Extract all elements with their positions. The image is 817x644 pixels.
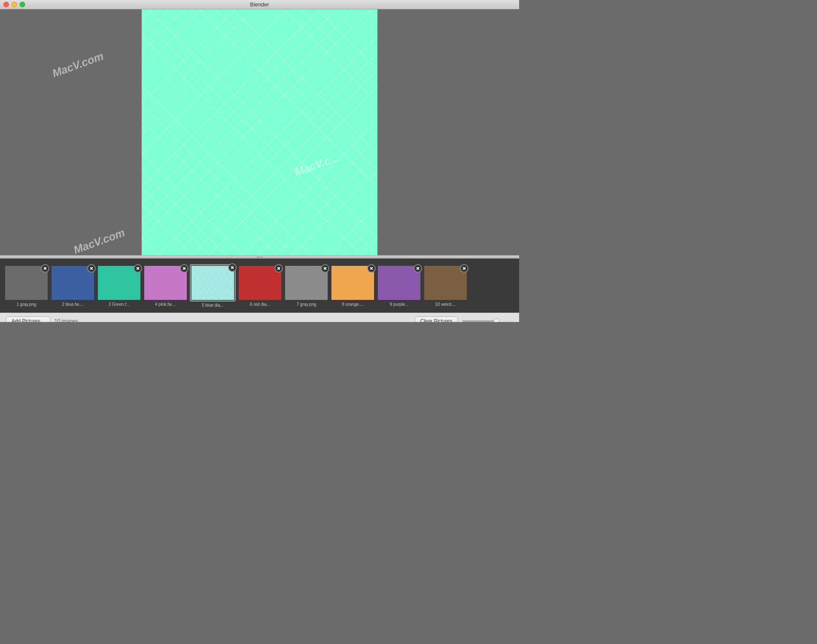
diamond-canvas (142, 9, 377, 255)
thumb-canvas-5 (191, 266, 234, 300)
thumbnail-item-1[interactable]: 1 gray.png (4, 265, 49, 307)
thumb-close-5[interactable] (228, 263, 237, 272)
thumb-close-10[interactable] (460, 264, 468, 273)
titlebar: Blender (0, 0, 519, 9)
slider-container (462, 320, 513, 322)
thumbnail-item-5[interactable]: 5 blue dia... (190, 264, 236, 308)
thumb-close-8[interactable] (367, 264, 376, 273)
thumb-label-1: 1 gray.png (17, 302, 37, 307)
traffic-lights (3, 2, 25, 7)
thumbnail-item-3[interactable]: 3 Green.f... (97, 265, 141, 307)
thumb-label-6: 6 red dia... (250, 302, 270, 307)
controls-area: Add Pictures... 10 images Clear Pictures… (0, 313, 519, 322)
minimize-button[interactable] (11, 2, 17, 7)
thumb-label-9: 9 purple... (390, 302, 408, 307)
thumb-close-6[interactable] (274, 264, 283, 273)
window-title: Blender (250, 1, 269, 8)
controls-row1: Add Pictures... 10 images Clear Pictures (6, 316, 513, 322)
thumbnail-item-8[interactable]: 8 orange.... (331, 265, 375, 307)
thumbnail-item-10[interactable]: 10 weird.... (423, 265, 468, 307)
thumb-close-7[interactable] (321, 264, 329, 273)
splitter-handle (251, 256, 268, 258)
thumb-close-3[interactable] (134, 264, 142, 273)
watermark-3: MacV.com (72, 226, 127, 255)
thumb-label-2: 2 blue.fw.... (62, 302, 84, 307)
thumbnail-item-9[interactable]: 9 purple... (377, 265, 421, 307)
blend-slider[interactable] (462, 320, 513, 322)
thumb-close-2[interactable] (87, 264, 96, 273)
thumb-label-4: 4 pink.fw.... (155, 302, 176, 307)
thumbnail-strip: 1 gray.png2 blue.fw....3 Green.f...4 pin… (0, 259, 519, 313)
thumb-close-1[interactable] (41, 264, 49, 273)
thumb-label-8: 8 orange.... (342, 302, 364, 307)
thumb-close-4[interactable] (180, 264, 189, 273)
thumb-label-3: 3 Green.f... (109, 302, 130, 307)
thumb-label-5: 5 blue dia... (202, 303, 224, 308)
thumb-close-9[interactable] (414, 264, 422, 273)
thumbnail-item-7[interactable]: 7 gray.png (284, 265, 329, 307)
clear-pictures-button[interactable]: Clear Pictures (415, 316, 458, 322)
watermark-1: MacV.com (51, 49, 106, 80)
thumbnail-item-4[interactable]: 4 pink.fw.... (143, 265, 188, 307)
thumbnail-item-6[interactable]: 6 red dia... (238, 265, 282, 307)
diamond-pattern (142, 9, 377, 255)
splitter[interactable] (0, 255, 519, 259)
splitter-dot (257, 256, 258, 258)
close-button[interactable] (3, 2, 9, 7)
splitter-dot (261, 256, 263, 258)
splitter-dot (259, 256, 260, 258)
add-pictures-button[interactable]: Add Pictures... (6, 316, 50, 322)
preview-area: MacV.com MacV.c... MacV.com (0, 9, 519, 255)
thumbnail-item-2[interactable]: 2 blue.fw.... (51, 265, 95, 307)
images-count: 10 images (54, 318, 78, 322)
maximize-button[interactable] (20, 2, 25, 7)
thumb-label-10: 10 weird.... (435, 302, 456, 307)
thumb-label-7: 7 gray.png (297, 302, 317, 307)
